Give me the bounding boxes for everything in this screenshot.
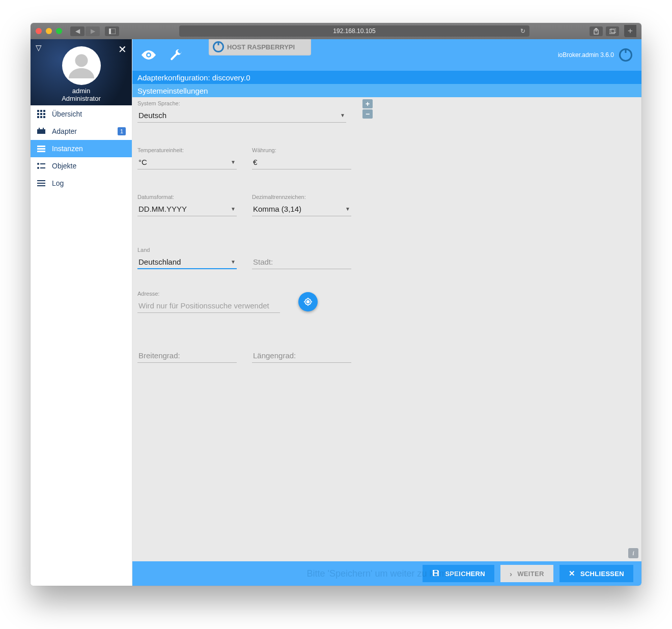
longitude-input[interactable] [252,349,351,363]
minimize-window-icon[interactable] [46,28,52,34]
svg-rect-27 [37,185,45,186]
svg-rect-3 [609,30,614,34]
share-button[interactable] [590,26,603,36]
url-text: 192.168.10.105 [333,27,375,35]
chevron-down-icon: ▼ [231,159,236,165]
sidebar-item-log[interactable]: Log [31,175,132,192]
avatar[interactable] [62,46,101,85]
sidebar-item-label: Adapter [52,127,77,135]
user-role: Administrator [62,95,101,102]
section-title: Systemeinstellungen [137,87,208,95]
sidebar-item-adapter[interactable]: Adapter 1 [31,123,132,140]
address-bar[interactable]: 192.168.10.105 ↻ [179,25,529,37]
sidebar-item-instances[interactable]: Instanzen [31,140,132,157]
sidebar-item-label: Log [52,179,64,187]
temperature-select[interactable]: °C ▼ [137,155,237,169]
close-button[interactable]: ✕ SCHLIESSEN [559,565,633,582]
close-window-icon[interactable] [36,28,42,34]
section-title-bar: Systemeinstellungen [132,84,641,97]
svg-point-21 [37,163,39,165]
sidebar-item-label: Übersicht [52,110,82,118]
select-value: DD.MM.YYYY [138,205,187,213]
button-label: SPEICHERN [445,570,485,578]
svg-rect-15 [37,129,45,134]
wrench-icon[interactable] [170,49,182,61]
svg-rect-10 [40,113,42,115]
svg-rect-14 [43,116,45,118]
forward-button[interactable]: ▶ [86,26,100,36]
svg-rect-9 [37,113,39,115]
svg-point-5 [75,54,88,67]
language-select[interactable]: Deutsch ▼ [137,108,346,123]
close-icon: ✕ [569,569,575,578]
chevron-down-icon: ▼ [231,259,236,265]
country-select[interactable]: Deutschland ▼ [137,255,237,269]
sidebar: ▽ ✕ admin Administrator Übersicht [31,39,132,586]
next-button[interactable]: › WEITER [500,565,553,582]
currency-input[interactable] [252,155,351,169]
svg-rect-12 [37,116,39,118]
svg-point-23 [37,167,39,169]
select-value: °C [138,158,147,166]
host-label: HOST RASPBERRYPI [227,43,295,51]
field-label: Temperatureinheit: [137,147,237,153]
zoom-out-button[interactable]: − [362,109,373,119]
button-label: WEITER [517,570,544,578]
field-label: Land [137,247,237,253]
instances-icon [37,144,46,153]
svg-rect-20 [37,151,45,152]
new-tab-button[interactable]: + [624,25,636,37]
eye-icon[interactable] [142,50,156,60]
field-label: Dezimaltrennzeichen: [252,194,351,200]
log-icon [37,179,46,188]
close-icon[interactable]: ✕ [118,43,127,55]
field-label: Adresse: [137,291,280,297]
svg-rect-22 [40,163,45,164]
badge: 1 [118,127,126,135]
tabs-button[interactable] [606,26,619,36]
svg-rect-24 [40,167,45,168]
sidebar-item-overview[interactable]: Übersicht [31,105,132,123]
sidebar-item-label: Objekte [52,162,76,170]
maximize-window-icon[interactable] [56,28,62,34]
field-label: Währung: [252,147,351,153]
svg-rect-7 [40,110,42,112]
window-controls[interactable] [36,28,62,34]
sidebar-header: ▽ ✕ admin Administrator [31,39,132,105]
city-input[interactable] [252,255,351,269]
svg-rect-4 [611,28,616,33]
iobroker-logo-icon[interactable] [619,48,632,62]
field-label: Datumsformat: [137,194,237,200]
svg-rect-16 [39,128,40,129]
grid-icon [37,109,46,119]
reload-icon[interactable]: ↻ [520,27,525,35]
sidebar-item-objects[interactable]: Objekte [31,157,132,175]
save-icon [432,569,440,579]
field-label: System Sprache: [137,100,346,106]
back-button[interactable]: ◀ [70,26,85,36]
svg-rect-25 [37,180,45,181]
save-button[interactable]: SPEICHERN [423,565,494,582]
locate-button[interactable] [298,292,318,311]
svg-rect-1 [109,28,111,34]
address-input[interactable] [137,299,280,313]
svg-rect-8 [43,110,45,112]
sidebar-toggle-button[interactable] [105,26,119,36]
chevron-right-icon: › [510,569,512,578]
decimal-select[interactable]: Komma (3,14) ▼ [252,202,351,216]
chevron-down-icon: ▼ [231,206,236,212]
user-name: admin [72,87,90,95]
form-area: + − System Sprache: Deutsch ▼ [132,97,641,561]
app-version: ioBroker.admin 3.6.0 [558,51,614,59]
host-chip[interactable]: HOST RASPBERRYPI [209,39,311,55]
latitude-input[interactable] [137,349,237,363]
svg-rect-17 [43,128,44,129]
zoom-in-button[interactable]: + [362,99,373,108]
select-value: Komma (3,14) [253,205,301,213]
footer: Bitte 'Speichern' um weiter zu kommen. S… [132,561,641,586]
config-title: Adapterkonfiguration: discovery.0 [137,73,250,82]
info-button[interactable]: i [628,548,638,558]
dateformat-select[interactable]: DD.MM.YYYY ▼ [137,202,237,216]
select-value: Deutschland [138,258,181,266]
chevron-down-icon[interactable]: ▽ [36,43,42,52]
